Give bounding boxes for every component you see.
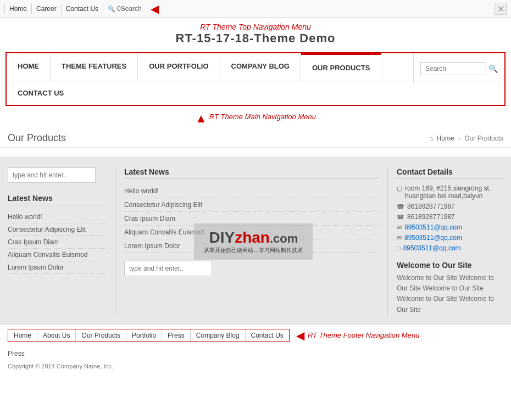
main-nav-row2: CONTACT US xyxy=(7,81,504,105)
nav-our-products[interactable]: OUR PRODUCTS xyxy=(301,53,381,81)
location-icon: ▢ xyxy=(397,185,402,192)
nav-contact-us[interactable]: CONTACT US xyxy=(7,81,75,105)
contact-phone1: 8618928771987 xyxy=(407,203,455,210)
footer-nav-portfolio[interactable]: Portfolio xyxy=(126,329,162,341)
contact-phone2-row: ☎ 8618928771987 xyxy=(397,213,503,221)
nav-search-area: 🔍 xyxy=(413,53,504,83)
center-news-title: Latest News xyxy=(124,167,379,179)
press-bar: Press xyxy=(0,346,511,361)
welcome-text: Welcome to Our Site Welcome to Our Site … xyxy=(397,273,503,315)
contact-phone2: 8618928771987 xyxy=(407,213,455,221)
center-news-list: Hello world! Consectetur Adipiscing Elit… xyxy=(124,184,379,253)
top-arrow: ◀ xyxy=(151,2,159,15)
footer-annotation: ◀ RT Theme Footer Navigation Menu xyxy=(296,329,420,342)
top-search[interactable]: 🔍 0 Search xyxy=(103,4,146,14)
center-search-widget xyxy=(124,261,379,276)
top-nav-contact[interactable]: Contact Us xyxy=(62,4,103,14)
sidebar-news-item-0[interactable]: Hello world! xyxy=(8,211,106,223)
nav-arrow-icon: ▲ xyxy=(195,111,207,126)
top-search-count: 0 xyxy=(117,5,121,13)
breadcrumb-sep: › xyxy=(458,135,460,142)
skype-icon: □ xyxy=(397,245,401,251)
nav-annotation-text: RT Theme Main Navigation Menu xyxy=(209,113,316,121)
main-nav: HOME THEME FEATURES OUR PORTFOLIO COMPAN… xyxy=(7,53,504,81)
contact-email2[interactable]: 89503511@qq.com xyxy=(404,234,462,242)
main-nav-wrapper: HOME THEME FEATURES OUR PORTFOLIO COMPAN… xyxy=(5,52,506,106)
footer-annotation-text: RT Theme Footer Navigation Menu xyxy=(308,331,420,339)
center-news-item-3[interactable]: Aliquam Convallis Euismod xyxy=(124,226,379,239)
sidebar-news-title: Latest News xyxy=(8,194,106,205)
sidebar-search-input[interactable] xyxy=(8,167,96,183)
nav-search-icon: 🔍 xyxy=(488,64,498,73)
widget-sidebar: Latest News Hello world! Consectetur Adi… xyxy=(8,167,115,315)
sidebar-search-widget xyxy=(8,167,106,183)
center-news-item-4[interactable]: Lorem Ipsum Dolor xyxy=(124,239,379,253)
top-bar: Home Career Contact Us 🔍 0 Search ◀ ✕ xyxy=(0,0,511,18)
footer-nav-bar: Home About Us Our Products Portfolio Pre… xyxy=(0,324,511,346)
contact-email1-row: ✉ 89503511@qq.com xyxy=(397,223,503,231)
footer-nav-home[interactable]: Home xyxy=(8,329,37,341)
contact-email2-row: ✉ 89503511@qq.com xyxy=(397,234,503,242)
email-icon-1: ✉ xyxy=(397,224,402,231)
footer-widgets: Latest News Hello world! Consectetur Adi… xyxy=(0,156,511,324)
nav-portfolio[interactable]: OUR PORTFOLIO xyxy=(138,53,220,81)
center-news-item-0[interactable]: Hello world! xyxy=(124,184,379,198)
phone-icon-2: ☎ xyxy=(397,214,404,221)
site-header: RT Theme Top Navigation Menu RT-15-17-18… xyxy=(0,18,511,48)
email-icon-2: ✉ xyxy=(397,234,402,242)
search-icon: 🔍 xyxy=(108,5,115,13)
footer-widgets-container: Latest News Hello world! Consectetur Adi… xyxy=(0,156,511,324)
press-label: Press xyxy=(8,350,25,357)
contact-address-row: ▢ room 169, #215 xiangrong st. huangbian… xyxy=(397,184,503,200)
welcome-title: Welcome to Our Site xyxy=(397,261,503,270)
contact-title: Contact Details xyxy=(397,167,503,179)
breadcrumb: ⌂ Home › Our Products xyxy=(429,135,503,142)
breadcrumb-bar: Our Products ⌂ Home › Our Products xyxy=(0,127,511,148)
sidebar-news-item-2[interactable]: Cras Ipsum Diam xyxy=(8,236,106,249)
center-search-input[interactable] xyxy=(124,261,212,276)
breadcrumb-current: Our Products xyxy=(464,135,503,142)
footer-nav-about[interactable]: About Us xyxy=(37,329,76,341)
footer-nav-press[interactable]: Press xyxy=(162,329,191,341)
widget-right: Contact Details ▢ room 169, #215 xiangro… xyxy=(388,167,503,315)
site-title: RT-15-17-18-Theme Demo xyxy=(0,31,511,46)
contact-skype[interactable]: 89503511@qq.com xyxy=(403,244,461,252)
contact-phone1-row: ☎ 8618928771987 xyxy=(397,203,503,210)
nav-theme-features[interactable]: THEME FEATURES xyxy=(51,53,138,81)
breadcrumb-home[interactable]: Home xyxy=(437,135,454,142)
nav-search-input[interactable] xyxy=(420,62,486,75)
contact-details: Contact Details ▢ room 169, #215 xiangro… xyxy=(397,167,503,252)
footer-nav-contact[interactable]: Contact Us xyxy=(246,329,289,341)
widget-center: Latest News Hello world! Consectetur Adi… xyxy=(115,167,388,315)
sidebar-latest-news: Latest News Hello world! Consectetur Adi… xyxy=(8,194,106,274)
copyright-text: Copyright © 2014 Company Name, Inc. xyxy=(8,363,113,369)
footer-nav-blog[interactable]: Company Blog xyxy=(191,329,246,341)
top-nav-links: Home Career Contact Us 🔍 0 Search xyxy=(4,4,146,14)
center-news-item-2[interactable]: Cras Ipsum Diam xyxy=(124,212,379,226)
sidebar-news-item-1[interactable]: Consectetur Adipiscing Elit xyxy=(8,223,106,236)
footer-arrow-icon: ◀ xyxy=(296,329,304,342)
sidebar-news-item-3[interactable]: Aliquam Convallis Euismod xyxy=(8,249,106,261)
welcome-section: Welcome to Our Site Welcome to Our Site … xyxy=(397,261,503,315)
nav-annotation: ▲ RT Theme Main Navigation Menu xyxy=(0,110,511,127)
site-subtitle: RT Theme Top Navigation Menu xyxy=(0,23,511,31)
footer-nav-links: Home About Us Our Products Portfolio Pre… xyxy=(8,329,290,342)
sidebar-news-item-4[interactable]: Lorem Ipsum Dolor xyxy=(8,261,106,274)
top-nav-career[interactable]: Career xyxy=(32,4,62,14)
nav-home[interactable]: HOME xyxy=(7,53,51,81)
phone-icon-1: ☎ xyxy=(397,203,404,210)
page-title: Our Products xyxy=(8,132,66,144)
sidebar-news-list: Hello world! Consectetur Adipiscing Elit… xyxy=(8,211,106,274)
close-button[interactable]: ✕ xyxy=(495,3,507,15)
top-search-label: Search xyxy=(121,5,142,13)
home-icon: ⌂ xyxy=(429,135,433,142)
contact-skype-row: □ 89503511@qq.com xyxy=(397,244,503,252)
contact-email1[interactable]: 89503511@qq.com xyxy=(404,223,462,231)
copyright-bar: Copyright © 2014 Company Name, Inc. xyxy=(0,361,511,374)
center-news-item-1[interactable]: Consectetur Adipiscing Elit xyxy=(124,198,379,212)
footer-nav-products[interactable]: Our Products xyxy=(76,329,126,341)
contact-address: room 169, #215 xiangrong st. huangbian b… xyxy=(405,184,503,200)
nav-company-blog[interactable]: COMPANY BLOG xyxy=(220,53,301,81)
top-nav-home[interactable]: Home xyxy=(4,4,32,14)
